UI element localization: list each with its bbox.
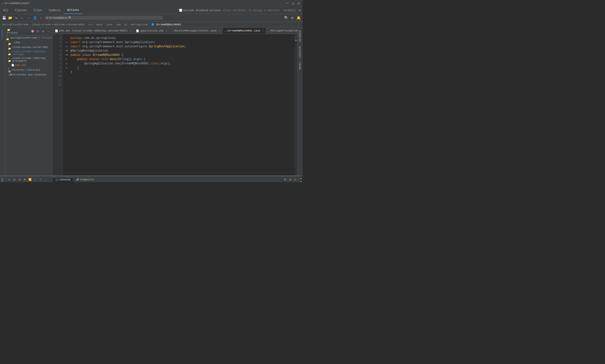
bc-zb[interactable]: zb <box>124 23 127 26</box>
search-everywhere[interactable]: 🔍 <box>283 15 289 21</box>
bc-springcloud[interactable]: springcloud <box>131 23 148 26</box>
tab-main-icon: ☕ <box>225 29 226 32</box>
tab-provider[interactable]: ☕ MessageProviderImpl.java ✕ <box>266 28 297 34</box>
classlib-tab[interactable]: classlib <box>298 44 302 60</box>
back-button[interactable]: ← <box>20 15 25 21</box>
code-editor: 1 2 3 4 5 6 7 8 9 10 11 12 package com.z… <box>52 34 297 175</box>
debug-icon-6[interactable]: ▶ <box>67 49 68 52</box>
save-button[interactable]: 💾 <box>1 15 7 21</box>
console-right-gutter: ▲ ▼ ≡ 🗑 <box>299 176 303 182</box>
root-folder-icon: ▾📁 <box>6 36 10 40</box>
editor-area: 📄 pom.xml (cloud-stream-rabbitmq-consume… <box>52 27 297 175</box>
bc-main-class[interactable]: 🔷 StreamMQMain8802 <box>151 23 181 26</box>
undo-button[interactable]: ↺ <box>38 15 43 21</box>
console-tab[interactable]: ⬛ Console <box>52 177 73 182</box>
restore-button[interactable]: ◻ <box>291 1 295 5</box>
scroll-up[interactable]: ▲ <box>300 177 302 180</box>
console-area: ⬛ Console 🔗 Endpoints ⊡ ⚙ ✕ 2022-01-12 1… <box>52 176 299 182</box>
tab-receiver-close[interactable]: ✕ <box>218 29 220 32</box>
services-group[interactable]: ⊠ <box>23 177 27 182</box>
expand-console[interactable]: ⊡ <box>283 177 287 182</box>
forward-button[interactable]: → <box>26 15 31 21</box>
debug-icon-7[interactable]: ▶ <box>67 53 68 57</box>
pom-label: pom.xml <box>15 64 26 67</box>
open-button[interactable]: 📂 <box>8 15 13 21</box>
title-bar: ✦ StreamMQMain8802 ─ ◻ ✕ <box>0 0 303 7</box>
code-line-1: package com.zb.springcloud; <box>66 36 292 40</box>
eureka-folder-icon: ▸📁 <box>8 45 12 49</box>
sync-button[interactable]: ↻ <box>14 15 19 21</box>
tab-yml[interactable]: 📄 application.yml ✕ <box>133 28 169 34</box>
tree-ext-libs[interactable]: ▸📚 External Libraries <box>5 68 52 72</box>
tree-pom[interactable]: 📄 pom.xml <box>5 63 52 68</box>
include-disabled-checkbox[interactable] <box>179 9 182 12</box>
close-button[interactable]: ✕ <box>297 1 301 5</box>
services-collapse[interactable]: ⊟ <box>12 177 16 182</box>
fold-icon-11[interactable]: ⊟ <box>66 66 67 70</box>
services-sort[interactable]: ↕ <box>33 177 37 182</box>
console-label: Console <box>60 178 70 181</box>
fold-icon-4[interactable]: ⊟ <box>66 45 67 49</box>
scroll-down[interactable]: ▼ <box>300 181 302 182</box>
tab-pom[interactable]: 📄 pom.xml (cloud-stream-rabbitmq-consume… <box>52 28 133 34</box>
tab-actions[interactable]: Actions <box>64 7 82 14</box>
tab-main-close[interactable]: ✕ <box>262 29 263 32</box>
close-console[interactable]: ✕ <box>293 177 298 182</box>
tree-idea[interactable]: ▸📁 .idea <box>5 40 52 45</box>
settings-button[interactable]: ⚙ <box>290 15 295 21</box>
services-add[interactable]: + <box>38 177 42 182</box>
hide-sidebar[interactable]: ─ <box>46 29 50 34</box>
locate-button[interactable]: 🎯 <box>30 29 35 34</box>
bc-springcloudstream[interactable]: SpringCloudStream <box>2 23 28 26</box>
ln-3: 3 <box>54 44 61 49</box>
collapse-all[interactable]: ⊟ <box>36 29 40 34</box>
tab-main[interactable]: ☕ StreamMQMain8802.java ✕ <box>222 28 266 34</box>
tab-receiver[interactable]: ☕ ReceiveMessageListener.java ✕ <box>170 28 223 34</box>
tree-scratches[interactable]: ▸✨ Scratches and Consoles <box>5 72 52 77</box>
close-actions-button[interactable]: ✕ <box>298 9 302 12</box>
settings-console[interactable]: ⚙ <box>288 177 293 182</box>
project-icon[interactable]: Project <box>0 28 5 40</box>
show-options[interactable]: ⚙ <box>41 29 45 34</box>
ln-5: 5 <box>54 53 61 57</box>
bc-consumer8802[interactable]: cloud-stream-rabbitmq-consumer8802 <box>32 23 85 26</box>
consumer-folder-icon: ▾📁 <box>8 51 12 55</box>
root-label: SpringCloudStream <box>10 36 37 39</box>
services-expand[interactable]: ⊞ <box>17 177 22 182</box>
bc-java[interactable]: java <box>106 23 112 26</box>
ln-9: 9 <box>54 70 61 74</box>
tab-symbols[interactable]: Symbols <box>45 7 64 14</box>
tree-eureka[interactable]: ▸📁 cloud-eureka-server7001 <box>5 45 52 50</box>
tab-files[interactable]: Files <box>30 7 45 14</box>
pom-file-icon: 📄 <box>11 63 15 67</box>
code-line-10: ⊟ SpringApplication.run(StreamMQMain8802… <box>66 62 292 66</box>
fold-icon-10[interactable]: ⊟ <box>66 62 67 65</box>
run-icon-9[interactable]: ▶ <box>66 58 67 61</box>
tab-classes[interactable]: Classes <box>12 7 30 14</box>
bc-src[interactable]: src <box>88 23 93 26</box>
services-refresh[interactable]: ↻ <box>7 177 11 182</box>
bottom-layout: Structure ★ ↻ ⊟ ⊞ ⊠ 🔽 ↕ + ▾ 🌱 Spring Boo… <box>0 176 303 182</box>
tree-consumer[interactable]: ▾📁 cloud-stream-rabbitmq-consumer <box>5 50 52 56</box>
search-bar[interactable]: ⚙ StreamMQMain 🔍 <box>44 16 163 20</box>
maven-tab[interactable]: Maven <box>298 61 302 71</box>
user-button[interactable]: 👤 <box>32 15 37 21</box>
ext-libs-label: External Libraries <box>12 68 40 71</box>
fold-icon-3[interactable]: ⊟ <box>66 41 67 44</box>
structure-tab[interactable]: Structure <box>0 177 5 182</box>
include-disabled-toggle: Include disabled actions <box>179 9 220 12</box>
minimize-button[interactable]: ─ <box>285 1 289 5</box>
tab-all[interactable]: All <box>0 7 12 14</box>
database-tab[interactable]: Database <box>298 28 302 43</box>
bc-com[interactable]: com <box>116 23 120 26</box>
ln-2: 2 <box>54 40 61 44</box>
services-filter[interactable]: 🔽 <box>28 177 32 182</box>
notifications-button[interactable]: 🔔 <box>296 15 301 21</box>
tree-root[interactable]: ▾📁 SpringCloudStream E:\Projects\IdeaPr <box>5 36 52 40</box>
tab-pom-close[interactable]: ✕ <box>129 29 131 32</box>
tab-yml-close[interactable]: ✕ <box>166 29 167 32</box>
tree-provider[interactable]: ▸📁 cloud-stream-rabbitmq-provider8 <box>5 56 52 63</box>
bc-main[interactable]: main <box>96 23 103 26</box>
code-content[interactable]: package com.zb.springcloud; ⊟ import org… <box>63 34 295 175</box>
endpoints-tab[interactable]: 🔗 Endpoints <box>73 177 97 182</box>
